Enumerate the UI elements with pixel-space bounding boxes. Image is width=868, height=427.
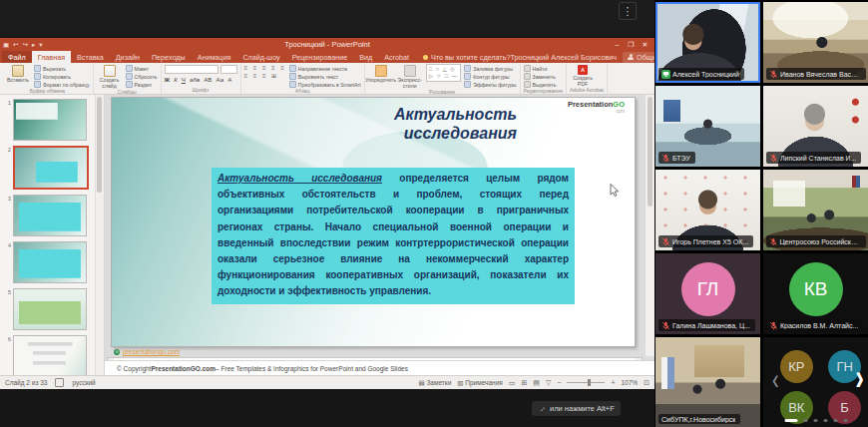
zoom-out-icon[interactable]: −: [557, 379, 561, 386]
participant-tile[interactable]: БТЭУ: [655, 86, 760, 167]
ribbon-group-font: ЖКЧабвАВАаАШрифт: [162, 64, 241, 94]
format-painter-button[interactable]: Формат по образцу: [34, 81, 90, 88]
tab-рецензирование[interactable]: Рецензирование: [286, 51, 354, 63]
participant-tile[interactable]: ГЛГалина Лашманова, Ц...: [655, 253, 760, 334]
slide-body-textbox[interactable]: Актуальность исследования определяется ц…: [212, 168, 575, 304]
align-text-button[interactable]: Выровнять текст: [289, 73, 361, 80]
layout-button[interactable]: Макет: [126, 65, 158, 72]
slide-thumbnail-3[interactable]: [13, 195, 87, 236]
tab-анимация[interactable]: Анимация: [192, 51, 237, 63]
font-style-button-1[interactable]: К: [174, 76, 178, 83]
slideshow-view-icon[interactable]: ▽: [546, 379, 551, 387]
zoom-level[interactable]: 107%: [622, 379, 639, 386]
mic-muted-icon: [769, 70, 778, 79]
slide-thumbnail-4[interactable]: [13, 241, 87, 283]
redo-icon[interactable]: ↪: [23, 41, 28, 49]
shape-outline-icon: [464, 73, 471, 80]
participant-tile[interactable]: Липский Станислав И...: [763, 86, 868, 167]
customize-qat-icon[interactable]: ▾: [39, 41, 42, 49]
tell-me-box[interactable]: Что вы хотите сделать?: [423, 51, 510, 63]
slide-title[interactable]: Актуальность исследования: [394, 106, 517, 143]
font-name-select[interactable]: [165, 65, 218, 74]
comments-toggle-button[interactable]: ▥ Примечания: [457, 379, 502, 387]
save-icon[interactable]: ▣: [3, 41, 9, 49]
fit-slide-icon[interactable]: ⊡: [644, 379, 650, 387]
slideshow-icon[interactable]: ▸: [32, 41, 35, 49]
zoom-in-icon[interactable]: +: [611, 379, 615, 386]
undo-icon[interactable]: ↩: [13, 41, 18, 49]
accessibility-icon[interactable]: [55, 378, 64, 387]
font-style-button-6[interactable]: А: [227, 76, 231, 83]
slide-thumbnail-5[interactable]: [13, 288, 87, 330]
paste-button[interactable]: Вставить: [5, 64, 31, 84]
participant-tile[interactable]: Центросоюз Российской ...: [763, 170, 868, 250]
cut-button[interactable]: Вырезать: [34, 65, 90, 72]
participant-tile[interactable]: Алексей Тросницкий: [655, 2, 760, 83]
quick-access-toolbar[interactable]: ▣ ↩ ↪ ▸ ▾: [3, 41, 43, 49]
new-slide-button[interactable]: Создать слайд: [97, 64, 123, 89]
zoom-slider[interactable]: [567, 382, 605, 384]
text-direction-button[interactable]: Направление текста: [289, 65, 361, 72]
language-indicator[interactable]: русский: [72, 379, 95, 386]
tab-слайд-шоу[interactable]: Слайд-шоу: [236, 51, 285, 63]
participant-tile[interactable]: Игорь Плетнев Х5 ОК...: [655, 170, 760, 250]
arrange-button[interactable]: Упорядочить: [368, 64, 394, 84]
tab-файл[interactable]: Файл: [2, 51, 32, 63]
select-button[interactable]: Выделить: [524, 81, 557, 88]
shape-outline-button[interactable]: Контур фигуры: [464, 73, 516, 80]
previous-page-icon[interactable]: ‹: [772, 363, 779, 393]
shapes-gallery[interactable]: □ ○ △ ◇▷ ☆ □ —: [426, 64, 462, 82]
participant-tile[interactable]: СибУПК,г.Новосибирск: [655, 337, 760, 427]
vertical-scrollbar[interactable]: [645, 95, 654, 356]
shape-effects-button[interactable]: Эффекты фигуры: [464, 81, 516, 88]
smartart-button[interactable]: Преобразовать в SmartArt: [289, 81, 361, 88]
more-options-icon[interactable]: ⋮: [619, 2, 637, 20]
participant-name: Алексей Тросницкий: [672, 71, 739, 78]
exit-fullscreen-hint[interactable]: ↔ или нажмите Alt+F: [532, 401, 621, 416]
participant-name: Красилов В.М. Алтайс...: [780, 322, 858, 329]
notes-pane[interactable]: © Copyright PresentationGO.com – Free Te…: [105, 360, 654, 375]
text-direction-icon: [289, 65, 296, 72]
tab-вставка[interactable]: Вставка: [71, 51, 110, 63]
font-style-button-3[interactable]: абв: [190, 76, 200, 83]
normal-view-icon[interactable]: ▭: [509, 379, 516, 387]
shape-fill-button[interactable]: Заливка фигуры: [464, 65, 516, 72]
account-name[interactable]: Тросницкий Алексей Борисович: [510, 53, 617, 62]
font-style-button-5[interactable]: Аа: [217, 76, 224, 83]
slide-thumbnail-2[interactable]: [13, 146, 89, 190]
thumbnail-scrollbar[interactable]: [95, 95, 104, 375]
find-button[interactable]: Найти: [524, 65, 557, 72]
slide-thumbnail-6[interactable]: [13, 335, 87, 375]
restore-button[interactable]: ❐: [625, 39, 638, 50]
replace-button[interactable]: Заменить: [524, 73, 557, 80]
font-style-button-0[interactable]: Ж: [165, 76, 171, 83]
ribbon-group-draw: УпорядочитьЭкспресс-стили□ ○ △ ◇▷ ☆ □ —З…: [365, 64, 521, 94]
paragraph-buttons[interactable]: ≡ ≡ ≡ ≡ ≡≡ ≡ ≡ ⊞: [244, 64, 286, 80]
copy-button[interactable]: Копировать: [34, 73, 90, 80]
overflow-participants-tile[interactable]: КРГНВКБ‹›: [763, 337, 868, 427]
reset-icon: [126, 73, 133, 80]
notes-toggle-button[interactable]: ▤ Заметки: [418, 379, 451, 387]
reading-view-icon[interactable]: ▤: [533, 379, 540, 387]
create-pdf-button[interactable]: AСоздать PDF: [570, 64, 596, 87]
slide-thumbnail-1[interactable]: [13, 99, 87, 141]
next-page-button[interactable]: ›: [855, 359, 864, 395]
quick-styles-button[interactable]: Экспресс-стили: [397, 64, 423, 89]
section-button[interactable]: Раздел: [126, 81, 158, 88]
minimize-button[interactable]: –: [611, 39, 624, 50]
slide-sorter-icon[interactable]: ⊞: [521, 379, 527, 387]
close-button[interactable]: ✕: [639, 39, 651, 50]
font-style-button-4[interactable]: АВ: [204, 76, 212, 83]
reset-button[interactable]: Сбросить: [126, 73, 158, 80]
participant-tile[interactable]: Иванов Вячеслав Васи...: [763, 2, 868, 83]
tab-acrobat[interactable]: Acrobat: [378, 51, 415, 63]
font-style-button-2[interactable]: Ч: [182, 76, 186, 83]
participant-tile[interactable]: КВКрасилов В.М. Алтайс...: [763, 253, 868, 334]
tab-главная[interactable]: Главная: [32, 51, 71, 63]
tab-переходы[interactable]: Переходы: [146, 51, 192, 63]
tab-вид[interactable]: Вид: [353, 51, 378, 63]
presentationgo-link[interactable]: presentationgo.com: [123, 348, 180, 355]
font-size-select[interactable]: [220, 65, 237, 74]
tab-дизайн[interactable]: Дизайн: [110, 51, 146, 63]
slide-canvas[interactable]: PresentationGO com Актуальность исследов…: [111, 97, 636, 347]
